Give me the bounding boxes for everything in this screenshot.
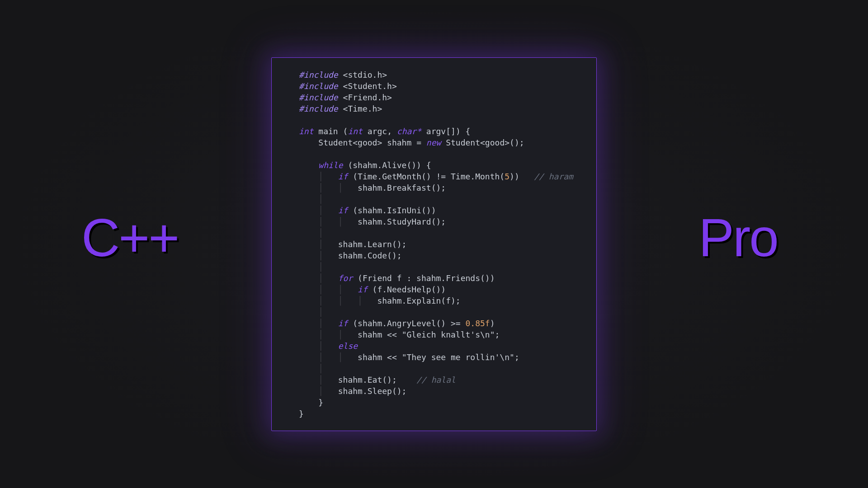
comment: // halal — [416, 375, 456, 385]
func-name: main — [318, 127, 338, 136]
cond: (f.NeedsHelp()) — [373, 285, 446, 294]
keyword-if: if — [338, 319, 348, 328]
keyword-if: if — [358, 285, 368, 294]
cond: (shahm.Alive()) { — [348, 160, 431, 170]
cond: ) — [490, 319, 495, 328]
keyword-char: char* — [397, 127, 421, 136]
op: = — [416, 138, 421, 147]
type-param: <good> — [480, 138, 509, 147]
stmt: shahm.Eat(); — [338, 375, 397, 385]
keyword-else: else — [338, 341, 358, 351]
keyword-for: for — [338, 273, 353, 283]
stmt: shahm.Explain(f); — [377, 296, 460, 305]
keyword-if: if — [338, 172, 348, 181]
keyword-int: int — [348, 127, 363, 136]
brace: } — [318, 398, 323, 407]
left-language-label: C++ — [81, 207, 178, 268]
include-directive: #include — [299, 70, 338, 80]
include-directive: #include — [299, 93, 338, 102]
keyword-while: while — [318, 160, 343, 170]
type: Student — [446, 138, 480, 147]
brace: { — [466, 127, 471, 136]
cond: (Time.GetMonth() != Time.Month( — [353, 172, 505, 181]
comment: // haram — [534, 172, 573, 181]
cond: (shahm.AngryLevel() >= — [353, 319, 465, 328]
cond: )) — [509, 172, 519, 181]
include-header: <stdio.h> — [343, 70, 387, 80]
keyword-if: if — [338, 206, 348, 215]
include-directive: #include — [299, 104, 338, 113]
right-label: Pro — [698, 207, 778, 268]
var: shahm — [387, 138, 411, 147]
string: "Gleich knallt's\n" — [402, 330, 495, 339]
param: argc — [368, 127, 387, 136]
tail: (); — [509, 138, 524, 147]
include-header: <Friend.h> — [343, 93, 392, 102]
code-panel: #include <stdio.h> #include <Student.h> … — [271, 57, 597, 431]
keyword-new: new — [426, 138, 441, 147]
stmt: ; — [514, 352, 519, 362]
include-header: <Time.h> — [343, 104, 382, 113]
stmt: shahm << — [358, 330, 402, 339]
number: 5 — [505, 172, 509, 181]
stmt: shahm.Sleep(); — [338, 386, 407, 396]
brace: } — [299, 409, 304, 418]
stmt: ; — [495, 330, 500, 339]
string: "They see me rollin'\n" — [402, 352, 514, 362]
stmt: shahm.Learn(); — [338, 239, 407, 249]
stmt: shahm.StudyHard(); — [358, 217, 446, 226]
param: argv[] — [426, 127, 456, 136]
stmt: shahm << — [358, 352, 402, 362]
keyword-int: int — [299, 127, 314, 136]
cond: (Friend f : shahm.Friends()) — [358, 273, 495, 283]
code-block: #include <stdio.h> #include <Student.h> … — [299, 69, 596, 419]
stmt: shahm.Code(); — [338, 251, 402, 260]
type-param: <good> — [353, 138, 382, 147]
cond: (shahm.IsInUni()) — [353, 206, 436, 215]
include-directive: #include — [299, 81, 338, 91]
type: Student — [318, 138, 353, 147]
number: 0.85f — [466, 319, 490, 328]
stmt: shahm.Breakfast(); — [358, 183, 446, 192]
include-header: <Student.h> — [343, 81, 397, 91]
